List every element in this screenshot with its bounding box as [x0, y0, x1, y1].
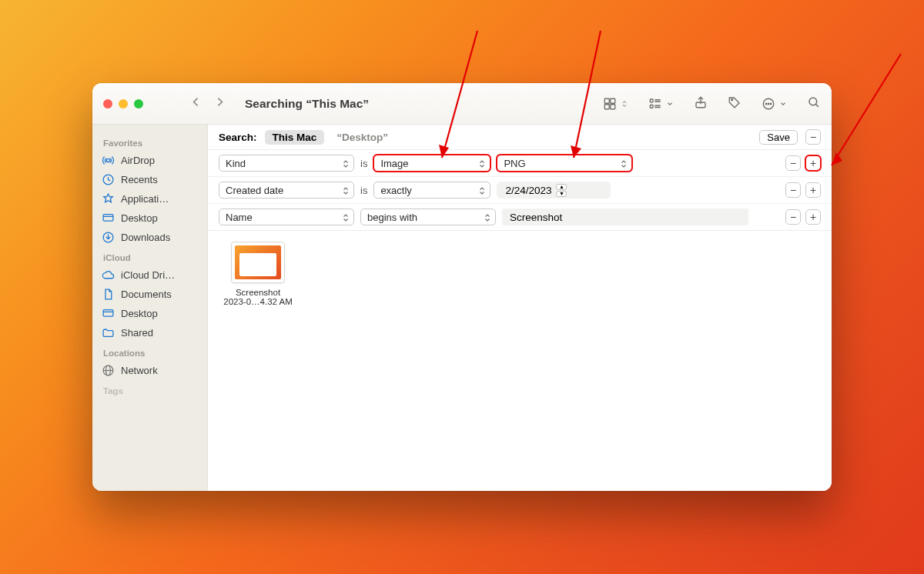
search-scope-bar: Search: This Mac “Desktop” Save − — [208, 125, 832, 150]
criteria-row: Kind is Image PNG − + — [208, 150, 832, 177]
forward-button[interactable] — [213, 95, 226, 112]
sidebar-item-documents[interactable]: Documents — [92, 285, 207, 304]
zoom-window-button[interactable] — [134, 99, 143, 108]
add-criteria-button[interactable]: + — [805, 209, 821, 225]
criteria-attribute-select[interactable]: Kind — [219, 155, 354, 172]
add-criteria-button[interactable]: + — [805, 182, 821, 198]
sidebar-item-label: Documents — [121, 289, 172, 300]
result-file[interactable]: Screenshot 2023-0…4.32 AM — [222, 242, 294, 480]
updown-icon — [341, 158, 350, 170]
chevron-down-icon — [779, 97, 787, 111]
finder-window: Searching “This Mac” Favorites AirDrop R… — [92, 83, 832, 491]
sidebar-item-label: Applicati… — [121, 193, 169, 205]
svg-point-15 — [770, 103, 772, 105]
sidebar-item-icloud-drive[interactable]: iCloud Dri… — [92, 265, 207, 285]
criteria-subvalue-select[interactable]: PNG — [497, 155, 632, 172]
criteria-value-select[interactable]: exactly — [373, 182, 490, 199]
svg-rect-20 — [103, 215, 113, 222]
svg-rect-0 — [604, 98, 609, 103]
updown-icon — [621, 97, 628, 111]
action-menu-button[interactable] — [762, 97, 787, 111]
sidebar-item-label: iCloud Dri… — [121, 269, 175, 281]
updown-icon — [483, 212, 492, 224]
svg-rect-24 — [103, 310, 113, 317]
svg-rect-1 — [611, 98, 615, 103]
search-criteria: Kind is Image PNG − + — [208, 150, 832, 231]
svg-point-14 — [768, 103, 769, 105]
sidebar-item-airdrop[interactable]: AirDrop — [92, 151, 207, 170]
remove-search-button[interactable]: − — [805, 129, 821, 145]
updown-icon — [341, 212, 350, 224]
scope-this-mac[interactable]: This Mac — [265, 130, 325, 145]
remove-criteria-button[interactable]: − — [785, 209, 801, 225]
close-window-button[interactable] — [103, 99, 112, 108]
sidebar-item-desktop[interactable]: Desktop — [92, 209, 207, 228]
svg-marker-34 — [832, 152, 842, 165]
svg-rect-4 — [650, 99, 653, 102]
back-button[interactable] — [189, 95, 203, 112]
sidebar-item-network[interactable]: Network — [92, 361, 207, 380]
sidebar-section-tags: Tags — [92, 380, 207, 399]
updown-icon — [341, 185, 350, 197]
sidebar-item-applications[interactable]: Applicati… — [92, 189, 207, 209]
file-name-line2: 2023-0…4.32 AM — [222, 297, 294, 306]
date-stepper[interactable]: ▲▼ — [556, 184, 567, 197]
criteria-value-select[interactable]: Image — [373, 155, 490, 172]
criteria-operator-select[interactable]: begins with — [360, 209, 496, 225]
criteria-row: Created date is exactly 2/24/2023 ▲▼ − + — [208, 177, 832, 204]
search-button[interactable] — [807, 95, 821, 112]
svg-point-16 — [809, 98, 817, 105]
chevron-down-icon — [666, 97, 674, 111]
select-value: Name — [226, 212, 253, 223]
save-search-button[interactable]: Save — [759, 130, 798, 145]
sidebar-item-label: Desktop — [121, 308, 158, 319]
svg-point-11 — [732, 98, 733, 100]
add-criteria-button[interactable]: + — [805, 155, 821, 171]
tags-button[interactable] — [728, 95, 742, 112]
svg-line-33 — [832, 54, 901, 165]
select-value: begins with — [367, 212, 417, 223]
main-area: Search: This Mac “Desktop” Save − Kind i… — [208, 125, 832, 491]
sidebar-item-label: AirDrop — [121, 155, 155, 166]
titlebar: Searching “This Mac” — [92, 83, 832, 125]
view-icons-button[interactable] — [603, 97, 628, 111]
remove-criteria-button[interactable]: − — [785, 182, 801, 198]
file-thumbnail-icon — [231, 242, 285, 283]
select-value: PNG — [504, 158, 525, 169]
sidebar-section-icloud: iCloud — [92, 247, 207, 265]
updown-icon — [477, 158, 487, 170]
group-by-button[interactable] — [648, 97, 674, 111]
sidebar-item-desktop-icloud[interactable]: Desktop — [92, 304, 207, 323]
sidebar: Favorites AirDrop Recents Applicati… Des… — [92, 125, 208, 491]
sidebar-section-favorites: Favorites — [92, 132, 207, 151]
results-area: Screenshot 2023-0…4.32 AM — [208, 231, 832, 491]
criteria-row: Name begins with − + — [208, 204, 832, 230]
svg-rect-3 — [611, 104, 615, 108]
sidebar-item-label: Desktop — [121, 212, 158, 224]
criteria-attribute-select[interactable]: Created date — [219, 182, 354, 199]
sidebar-item-downloads[interactable]: Downloads — [92, 228, 207, 247]
criteria-date-field[interactable]: 2/24/2023 ▲▼ — [497, 182, 611, 199]
updown-icon — [619, 158, 628, 170]
sidebar-item-shared[interactable]: Shared — [92, 323, 207, 342]
svg-rect-2 — [604, 104, 609, 108]
scope-desktop[interactable]: “Desktop” — [332, 130, 393, 145]
select-value: Kind — [226, 158, 246, 169]
select-value: Created date — [226, 185, 283, 196]
updown-icon — [477, 185, 487, 197]
date-value: 2/24/2023 — [505, 185, 551, 196]
select-value: Image — [380, 158, 408, 169]
criteria-text-field[interactable] — [502, 209, 748, 225]
sidebar-item-label: Recents — [121, 174, 158, 185]
share-button[interactable] — [694, 95, 708, 112]
remove-criteria-button[interactable]: − — [785, 155, 801, 171]
minimize-window-button[interactable] — [119, 99, 128, 108]
sidebar-item-recents[interactable]: Recents — [92, 170, 207, 189]
sidebar-item-label: Network — [121, 365, 158, 376]
select-value: exactly — [380, 185, 411, 196]
criteria-attribute-select[interactable]: Name — [219, 209, 354, 225]
sidebar-item-label: Downloads — [121, 232, 170, 243]
traffic-lights — [103, 99, 143, 108]
svg-line-17 — [815, 104, 819, 107]
criteria-operator-label: is — [360, 185, 367, 196]
